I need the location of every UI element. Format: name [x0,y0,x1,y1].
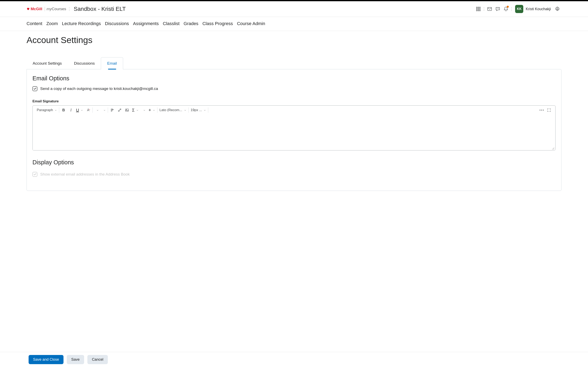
avatar[interactable]: KK [515,5,523,13]
insert-more-button[interactable]: + [148,108,155,113]
notifications-bell-icon[interactable] [502,5,510,13]
chevron-down-icon [96,108,99,113]
header-bar: McGill myCourses Sandbox - Kristi ELT [0,1,588,17]
show-external-checkbox[interactable] [33,172,37,177]
chat-icon[interactable] [494,5,502,13]
svg-rect-1 [478,7,479,8]
nav-class-progress[interactable]: Class Progress [202,21,233,26]
tab-account-settings[interactable]: Account Settings [26,58,68,69]
svg-rect-3 [476,8,477,9]
chevron-down-icon [184,108,186,113]
mcgill-text: McGill [31,7,42,11]
chevron-down-icon [143,108,146,113]
svg-rect-9 [488,7,492,10]
nav-content[interactable]: Content [26,21,42,26]
resize-handle-icon[interactable] [551,146,554,150]
chevron-down-icon [103,108,106,113]
course-nav: Content Zoom Lecture Recordings Discussi… [0,17,588,31]
page-title: Account Settings [26,35,562,45]
page-content: Account Settings Account Settings Discus… [0,31,588,215]
nav-zoom[interactable]: Zoom [46,21,58,26]
mcgill-logo: McGill [26,7,42,11]
editor-toolbar: Paragraph B I U [33,106,555,115]
nav-grades[interactable]: Grades [183,21,198,26]
svg-rect-2 [479,7,480,8]
user-name[interactable]: Kristi Kouchakji [526,7,551,11]
send-copy-checkbox[interactable] [33,86,37,91]
signature-label: Email Signature [33,99,555,103]
signature-editor: Paragraph B I U [33,105,555,150]
svg-rect-5 [479,8,480,9]
svg-point-10 [557,8,558,10]
nav-course-admin[interactable]: Course Admin [237,21,265,26]
insert-stuff-button[interactable] [110,107,114,113]
show-external-label: Show external email addresses in the Add… [40,172,130,176]
text-color-button[interactable] [86,107,90,113]
list-button[interactable] [102,108,106,113]
svg-rect-4 [478,8,479,9]
tab-email[interactable]: Email [101,57,123,69]
ellipsis-icon [540,110,544,110]
tab-panel-email: Email Options Send a copy of each outgoi… [26,69,562,191]
nav-classlist[interactable]: Classlist [163,21,180,26]
svg-rect-8 [479,10,480,11]
course-title[interactable]: Sandbox - Kristi ELT [74,6,126,12]
send-copy-row: Send a copy of each outgoing message to … [33,86,555,91]
insert-link-button[interactable] [117,107,122,113]
apps-grid-icon[interactable] [474,5,483,13]
nav-assignments[interactable]: Assignments [133,21,159,26]
display-options-heading: Display Options [33,159,555,166]
nav-lecture-recordings[interactable]: Lecture Recordings [62,21,101,26]
svg-rect-16 [125,109,129,111]
fullscreen-button[interactable] [547,107,551,113]
insert-image-button[interactable] [125,107,129,113]
svg-rect-7 [478,10,479,11]
mcgill-crest-icon [26,7,30,11]
table-button[interactable] [141,108,146,113]
chevron-down-icon [204,108,206,113]
logo-group[interactable]: McGill myCourses [26,7,66,11]
align-button[interactable] [95,108,99,113]
mycourses-logo: myCourses [45,7,66,11]
more-options-button[interactable] [539,107,544,113]
chevron-down-icon [81,108,83,113]
font-size-select[interactable]: 19px ... [191,108,206,113]
block-format-select[interactable]: Paragraph [37,108,57,113]
bold-button[interactable]: B [61,107,66,113]
svg-rect-0 [476,7,477,8]
separator-dots-icon [484,7,484,11]
svg-rect-6 [476,10,477,11]
signature-textarea[interactable] [33,115,555,150]
nav-discussions[interactable]: Discussions [105,21,129,26]
chevron-down-icon [136,108,139,113]
notification-indicator-icon [507,6,509,8]
nav-separator-dots-icon [69,7,70,11]
separator-dots-icon [511,7,512,11]
send-copy-label: Send a copy of each outgoing message to … [40,86,158,91]
email-options-heading: Email Options [33,75,555,82]
font-family-select[interactable]: Lato (Recom... [159,108,186,113]
underline-button[interactable]: U [76,108,83,113]
chevron-down-icon [54,108,57,113]
tab-discussions[interactable]: Discussions [68,58,101,69]
italic-button[interactable]: I [69,107,73,113]
messages-icon[interactable] [485,5,494,13]
show-external-row: Show external email addresses in the Add… [33,172,555,177]
header-icons: KK Kristi Kouchakji [474,5,562,13]
chevron-down-icon [153,108,155,113]
equation-button[interactable]: Σ [132,108,139,113]
settings-gear-icon[interactable] [553,5,562,13]
tabs-row: Account Settings Discussions Email [26,57,562,69]
